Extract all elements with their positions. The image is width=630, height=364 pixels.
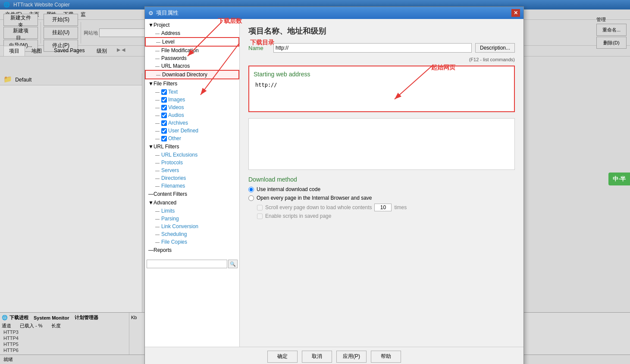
tree-project-label: Project	[154, 22, 169, 28]
dialog-footer: 确定 取消 应用(P) 帮助	[145, 347, 523, 364]
radio-internal-label: Use internal download code	[257, 186, 320, 192]
tree-audios[interactable]: — Audios	[145, 111, 239, 119]
apply-button[interactable]: 应用(P)	[336, 351, 367, 363]
tree-protocols-label: Protocols	[161, 160, 183, 166]
tree-link-conversion[interactable]: — Link Conversion	[145, 223, 239, 230]
radio-internal[interactable]	[248, 187, 254, 192]
tree-directories[interactable]: — Directories	[145, 174, 239, 182]
tree-search-btn[interactable]: 🔍	[228, 260, 238, 268]
tree-filenames-label: Filenames	[161, 183, 185, 189]
dialog-title-group: ⚙ 项目属性	[148, 9, 179, 17]
checkbox-scripts[interactable]	[257, 213, 263, 219]
level-expander: —	[156, 40, 162, 44]
tree-url-macros[interactable]: — URL Macros	[145, 62, 239, 70]
tree-url-filters-group[interactable]: ▼ URL Filters	[145, 142, 239, 151]
tree-address[interactable]: — Address	[145, 29, 239, 37]
tree-servers-label: Servers	[161, 167, 179, 173]
tree-protocols[interactable]: — Protocols	[145, 159, 239, 166]
tree-level[interactable]: — Level	[145, 37, 239, 47]
tree-address-label: Address	[161, 30, 180, 36]
user-defined-checkbox[interactable]	[161, 128, 167, 134]
tree-scheduling-label: Scheduling	[161, 231, 187, 237]
tree-url-filters-label: URL Filters	[154, 144, 179, 150]
web-address-input[interactable]: http://	[254, 81, 510, 107]
tree-dd-label: Download Directory	[162, 72, 207, 78]
radio-internal-row: Use internal download code	[248, 186, 515, 192]
tree-archives[interactable]: — Archives	[145, 119, 239, 127]
properties-dialog: ⚙ 项目属性 ✕ ▼ Project — Address — Level —	[144, 6, 524, 364]
radio-browser[interactable]	[248, 195, 254, 201]
fm-expander: —	[155, 48, 161, 53]
tree-file-copies-label: File Copies	[161, 239, 187, 245]
other-checkbox[interactable]	[161, 136, 167, 141]
times-input[interactable]	[374, 204, 392, 211]
project-expander: ▼	[148, 22, 154, 28]
audios-checkbox[interactable]	[161, 113, 167, 118]
tree-reports-label: Reports	[154, 247, 172, 253]
tree-link-conv-label: Link Conversion	[161, 223, 198, 229]
tree-um-label: URL Macros	[161, 63, 190, 69]
times-label: times	[394, 204, 407, 210]
checkbox-scripts-label: Enable scripts in saved page	[265, 213, 331, 219]
dialog-close-button[interactable]: ✕	[511, 9, 520, 17]
radio-browser-label: Open every page in the Internal Browser …	[257, 195, 372, 201]
tree-search-input[interactable]	[147, 260, 227, 268]
tree-user-defined[interactable]: — User Defined	[145, 127, 239, 135]
web-address-box: Starting web address http://	[248, 66, 515, 112]
tree-text[interactable]: — Text	[145, 88, 239, 96]
address-expander: —	[155, 31, 161, 36]
web-address-title: Starting web address	[254, 71, 510, 78]
extra-urls-area[interactable]	[248, 118, 515, 170]
tree-reports-group[interactable]: — Reports	[145, 246, 239, 254]
tree-level-label: Level	[162, 39, 175, 45]
tree-search-row: 🔍	[147, 260, 238, 268]
tree-search-area: 🔍	[145, 258, 239, 270]
checkbox-scripts-row: Enable scripts in saved page	[257, 213, 515, 219]
name-label: Name	[248, 45, 270, 51]
download-method-title: Download method	[248, 176, 515, 183]
description-button[interactable]: Description...	[475, 43, 515, 53]
tree-advanced-group[interactable]: ▼ Advanced	[145, 198, 239, 207]
tree-directories-label: Directories	[161, 175, 186, 181]
tree-file-copies[interactable]: — File Copies	[145, 238, 239, 246]
tree-limits-label: Limits	[161, 208, 175, 214]
tree-parsing-label: Parsing	[161, 216, 179, 222]
archives-checkbox[interactable]	[161, 120, 167, 126]
tree-url-exclusions[interactable]: — URL Exclusions	[145, 151, 239, 159]
tree-file-modification[interactable]: — File Modification	[145, 47, 239, 54]
um-expander: —	[155, 64, 161, 69]
ok-button[interactable]: 确定	[267, 351, 298, 363]
tree-other-label: Other	[168, 135, 181, 141]
tree-archives-label: Archives	[168, 120, 188, 126]
tree-fm-label: File Modification	[161, 47, 199, 53]
tree-text-label: Text	[168, 89, 178, 95]
pw-expander: —	[155, 56, 161, 61]
radio-browser-row: Open every page in the Internal Browser …	[248, 195, 515, 201]
tree-limits[interactable]: — Limits	[145, 207, 239, 215]
text-expander: —	[155, 90, 161, 94]
tree-panel: ▼ Project — Address — Level — File Modif…	[145, 19, 240, 347]
tree-project-group[interactable]: ▼ Project	[145, 21, 239, 29]
images-checkbox[interactable]	[161, 97, 167, 103]
tree-other[interactable]: — Other	[145, 135, 239, 142]
checkbox-scroll[interactable]	[257, 205, 263, 210]
cancel-button[interactable]: 取消	[302, 351, 332, 363]
checkbox-scroll-label: Scroll every page down to load whole con…	[265, 204, 372, 210]
tree-images[interactable]: — Images	[145, 96, 239, 104]
tree-content-filters-group[interactable]: — Content Filters	[145, 190, 239, 198]
help-button[interactable]: 帮助	[371, 351, 401, 363]
videos-checkbox[interactable]	[161, 105, 167, 110]
tree-servers[interactable]: — Servers	[145, 166, 239, 174]
tree-filenames[interactable]: — Filenames	[145, 182, 239, 190]
tree-user-defined-label: User Defined	[168, 128, 198, 134]
tree-videos[interactable]: — Videos	[145, 104, 239, 111]
name-input[interactable]	[273, 43, 472, 53]
tree-scheduling[interactable]: — Scheduling	[145, 230, 239, 238]
dialog-title-text: 项目属性	[156, 9, 179, 17]
tree-passwords[interactable]: — Passwords	[145, 54, 239, 62]
tree-download-dir[interactable]: — Download Directory	[145, 70, 239, 79]
tree-file-filters-group[interactable]: ▼ File Filters	[145, 79, 239, 88]
text-checkbox[interactable]	[161, 89, 167, 95]
tree-parsing[interactable]: — Parsing	[145, 215, 239, 223]
tree-content-filters-label: Content Filters	[154, 191, 187, 197]
